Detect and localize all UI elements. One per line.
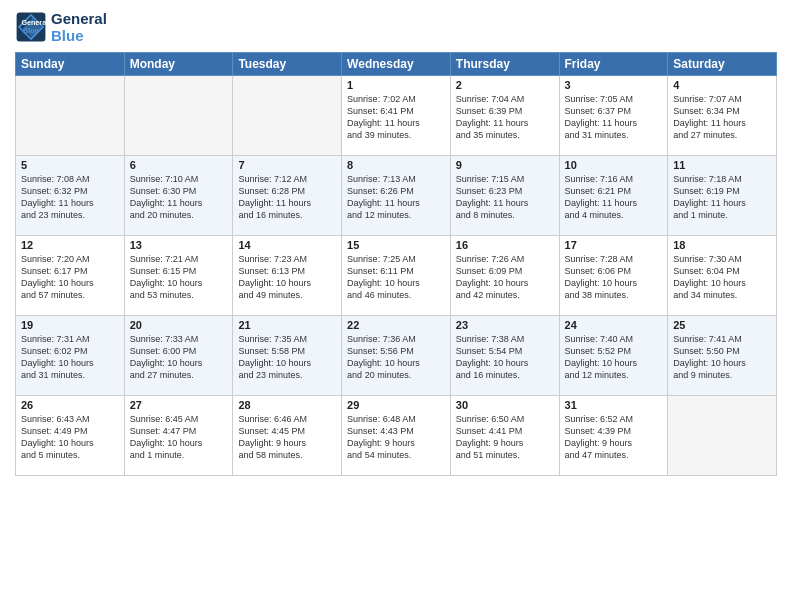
cell-content: Sunrise: 6:46 AM Sunset: 4:45 PM Dayligh… bbox=[238, 413, 336, 462]
logo: General Blue General Blue bbox=[15, 10, 107, 44]
calendar-cell: 1Sunrise: 7:02 AM Sunset: 6:41 PM Daylig… bbox=[342, 76, 451, 156]
cell-content: Sunrise: 7:02 AM Sunset: 6:41 PM Dayligh… bbox=[347, 93, 445, 142]
calendar-cell bbox=[233, 76, 342, 156]
calendar-cell: 30Sunrise: 6:50 AM Sunset: 4:41 PM Dayli… bbox=[450, 396, 559, 476]
week-row-1: 5Sunrise: 7:08 AM Sunset: 6:32 PM Daylig… bbox=[16, 156, 777, 236]
calendar-cell: 20Sunrise: 7:33 AM Sunset: 6:00 PM Dayli… bbox=[124, 316, 233, 396]
cell-content: Sunrise: 6:50 AM Sunset: 4:41 PM Dayligh… bbox=[456, 413, 554, 462]
day-number: 17 bbox=[565, 239, 663, 251]
weekday-header-row: SundayMondayTuesdayWednesdayThursdayFrid… bbox=[16, 53, 777, 76]
calendar-cell: 7Sunrise: 7:12 AM Sunset: 6:28 PM Daylig… bbox=[233, 156, 342, 236]
logo-icon: General Blue bbox=[15, 11, 47, 43]
cell-content: Sunrise: 6:52 AM Sunset: 4:39 PM Dayligh… bbox=[565, 413, 663, 462]
day-number: 18 bbox=[673, 239, 771, 251]
day-number: 4 bbox=[673, 79, 771, 91]
weekday-header-saturday: Saturday bbox=[668, 53, 777, 76]
cell-content: Sunrise: 7:08 AM Sunset: 6:32 PM Dayligh… bbox=[21, 173, 119, 222]
calendar-cell: 26Sunrise: 6:43 AM Sunset: 4:49 PM Dayli… bbox=[16, 396, 125, 476]
cell-content: Sunrise: 7:23 AM Sunset: 6:13 PM Dayligh… bbox=[238, 253, 336, 302]
calendar-cell: 15Sunrise: 7:25 AM Sunset: 6:11 PM Dayli… bbox=[342, 236, 451, 316]
day-number: 6 bbox=[130, 159, 228, 171]
svg-text:Blue: Blue bbox=[23, 26, 39, 35]
day-number: 12 bbox=[21, 239, 119, 251]
day-number: 8 bbox=[347, 159, 445, 171]
calendar-cell: 11Sunrise: 7:18 AM Sunset: 6:19 PM Dayli… bbox=[668, 156, 777, 236]
cell-content: Sunrise: 7:10 AM Sunset: 6:30 PM Dayligh… bbox=[130, 173, 228, 222]
cell-content: Sunrise: 7:04 AM Sunset: 6:39 PM Dayligh… bbox=[456, 93, 554, 142]
day-number: 24 bbox=[565, 319, 663, 331]
cell-content: Sunrise: 7:20 AM Sunset: 6:17 PM Dayligh… bbox=[21, 253, 119, 302]
week-row-2: 12Sunrise: 7:20 AM Sunset: 6:17 PM Dayli… bbox=[16, 236, 777, 316]
day-number: 9 bbox=[456, 159, 554, 171]
calendar-cell: 18Sunrise: 7:30 AM Sunset: 6:04 PM Dayli… bbox=[668, 236, 777, 316]
weekday-header-tuesday: Tuesday bbox=[233, 53, 342, 76]
cell-content: Sunrise: 7:12 AM Sunset: 6:28 PM Dayligh… bbox=[238, 173, 336, 222]
calendar-cell: 31Sunrise: 6:52 AM Sunset: 4:39 PM Dayli… bbox=[559, 396, 668, 476]
day-number: 1 bbox=[347, 79, 445, 91]
day-number: 23 bbox=[456, 319, 554, 331]
calendar-cell: 22Sunrise: 7:36 AM Sunset: 5:56 PM Dayli… bbox=[342, 316, 451, 396]
day-number: 15 bbox=[347, 239, 445, 251]
calendar-cell: 12Sunrise: 7:20 AM Sunset: 6:17 PM Dayli… bbox=[16, 236, 125, 316]
day-number: 3 bbox=[565, 79, 663, 91]
weekday-header-monday: Monday bbox=[124, 53, 233, 76]
calendar-cell bbox=[124, 76, 233, 156]
calendar-cell: 28Sunrise: 6:46 AM Sunset: 4:45 PM Dayli… bbox=[233, 396, 342, 476]
week-row-4: 26Sunrise: 6:43 AM Sunset: 4:49 PM Dayli… bbox=[16, 396, 777, 476]
calendar-cell: 16Sunrise: 7:26 AM Sunset: 6:09 PM Dayli… bbox=[450, 236, 559, 316]
cell-content: Sunrise: 7:13 AM Sunset: 6:26 PM Dayligh… bbox=[347, 173, 445, 222]
cell-content: Sunrise: 7:18 AM Sunset: 6:19 PM Dayligh… bbox=[673, 173, 771, 222]
calendar-cell: 25Sunrise: 7:41 AM Sunset: 5:50 PM Dayli… bbox=[668, 316, 777, 396]
calendar-cell: 9Sunrise: 7:15 AM Sunset: 6:23 PM Daylig… bbox=[450, 156, 559, 236]
calendar-cell: 14Sunrise: 7:23 AM Sunset: 6:13 PM Dayli… bbox=[233, 236, 342, 316]
weekday-header-thursday: Thursday bbox=[450, 53, 559, 76]
day-number: 21 bbox=[238, 319, 336, 331]
day-number: 28 bbox=[238, 399, 336, 411]
calendar-cell: 17Sunrise: 7:28 AM Sunset: 6:06 PM Dayli… bbox=[559, 236, 668, 316]
week-row-0: 1Sunrise: 7:02 AM Sunset: 6:41 PM Daylig… bbox=[16, 76, 777, 156]
cell-content: Sunrise: 7:26 AM Sunset: 6:09 PM Dayligh… bbox=[456, 253, 554, 302]
calendar-cell: 21Sunrise: 7:35 AM Sunset: 5:58 PM Dayli… bbox=[233, 316, 342, 396]
day-number: 10 bbox=[565, 159, 663, 171]
day-number: 26 bbox=[21, 399, 119, 411]
cell-content: Sunrise: 7:31 AM Sunset: 6:02 PM Dayligh… bbox=[21, 333, 119, 382]
day-number: 27 bbox=[130, 399, 228, 411]
day-number: 13 bbox=[130, 239, 228, 251]
cell-content: Sunrise: 7:33 AM Sunset: 6:00 PM Dayligh… bbox=[130, 333, 228, 382]
day-number: 7 bbox=[238, 159, 336, 171]
cell-content: Sunrise: 7:21 AM Sunset: 6:15 PM Dayligh… bbox=[130, 253, 228, 302]
week-row-3: 19Sunrise: 7:31 AM Sunset: 6:02 PM Dayli… bbox=[16, 316, 777, 396]
calendar-cell bbox=[16, 76, 125, 156]
cell-content: Sunrise: 7:35 AM Sunset: 5:58 PM Dayligh… bbox=[238, 333, 336, 382]
day-number: 25 bbox=[673, 319, 771, 331]
calendar-cell: 5Sunrise: 7:08 AM Sunset: 6:32 PM Daylig… bbox=[16, 156, 125, 236]
weekday-header-friday: Friday bbox=[559, 53, 668, 76]
logo-text: General Blue bbox=[51, 10, 107, 44]
calendar-cell bbox=[668, 396, 777, 476]
cell-content: Sunrise: 7:38 AM Sunset: 5:54 PM Dayligh… bbox=[456, 333, 554, 382]
day-number: 14 bbox=[238, 239, 336, 251]
calendar-cell: 3Sunrise: 7:05 AM Sunset: 6:37 PM Daylig… bbox=[559, 76, 668, 156]
calendar-cell: 24Sunrise: 7:40 AM Sunset: 5:52 PM Dayli… bbox=[559, 316, 668, 396]
calendar-cell: 27Sunrise: 6:45 AM Sunset: 4:47 PM Dayli… bbox=[124, 396, 233, 476]
weekday-header-wednesday: Wednesday bbox=[342, 53, 451, 76]
calendar-table: SundayMondayTuesdayWednesdayThursdayFrid… bbox=[15, 52, 777, 476]
calendar-cell: 6Sunrise: 7:10 AM Sunset: 6:30 PM Daylig… bbox=[124, 156, 233, 236]
calendar-cell: 19Sunrise: 7:31 AM Sunset: 6:02 PM Dayli… bbox=[16, 316, 125, 396]
weekday-header-sunday: Sunday bbox=[16, 53, 125, 76]
calendar-cell: 13Sunrise: 7:21 AM Sunset: 6:15 PM Dayli… bbox=[124, 236, 233, 316]
calendar-cell: 23Sunrise: 7:38 AM Sunset: 5:54 PM Dayli… bbox=[450, 316, 559, 396]
cell-content: Sunrise: 7:25 AM Sunset: 6:11 PM Dayligh… bbox=[347, 253, 445, 302]
day-number: 22 bbox=[347, 319, 445, 331]
calendar-cell: 29Sunrise: 6:48 AM Sunset: 4:43 PM Dayli… bbox=[342, 396, 451, 476]
calendar-cell: 10Sunrise: 7:16 AM Sunset: 6:21 PM Dayli… bbox=[559, 156, 668, 236]
day-number: 19 bbox=[21, 319, 119, 331]
day-number: 2 bbox=[456, 79, 554, 91]
day-number: 20 bbox=[130, 319, 228, 331]
cell-content: Sunrise: 7:36 AM Sunset: 5:56 PM Dayligh… bbox=[347, 333, 445, 382]
cell-content: Sunrise: 6:43 AM Sunset: 4:49 PM Dayligh… bbox=[21, 413, 119, 462]
calendar-cell: 8Sunrise: 7:13 AM Sunset: 6:26 PM Daylig… bbox=[342, 156, 451, 236]
day-number: 30 bbox=[456, 399, 554, 411]
calendar-cell: 4Sunrise: 7:07 AM Sunset: 6:34 PM Daylig… bbox=[668, 76, 777, 156]
cell-content: Sunrise: 7:05 AM Sunset: 6:37 PM Dayligh… bbox=[565, 93, 663, 142]
